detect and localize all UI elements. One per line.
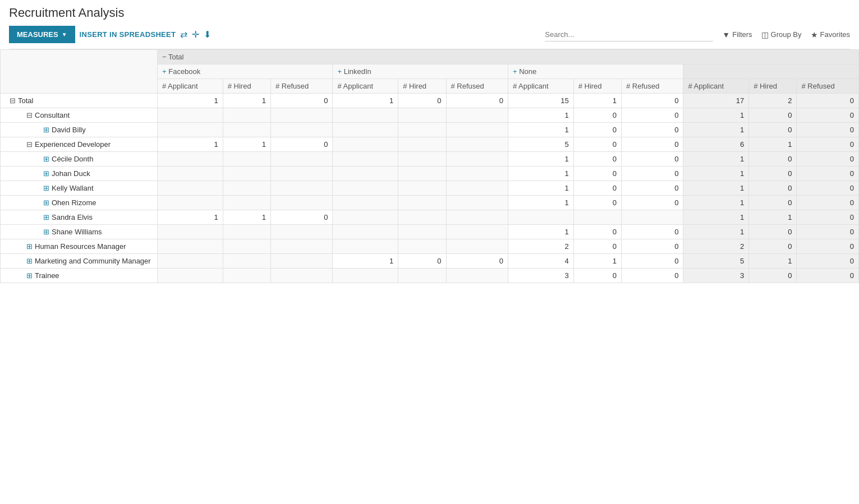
group-by-button[interactable]: ◫ Group By — [761, 30, 802, 39]
none-expand-icon[interactable]: + — [513, 67, 517, 76]
data-cell — [271, 269, 333, 283]
data-cell — [333, 225, 398, 239]
data-cell — [398, 225, 446, 239]
data-cell — [223, 225, 270, 239]
pivot-table-container: − Total + Facebook + LinkedIn + None — [0, 49, 859, 283]
insert-spreadsheet-button[interactable]: INSERT IN SPREADSHEET — [80, 30, 176, 39]
row-label-text: Kelly Wallant — [52, 184, 94, 192]
row-label-cell: ⊞Marketing and Community Manager — [1, 254, 158, 269]
data-cell — [271, 123, 333, 137]
data-cell — [271, 239, 333, 254]
data-cell — [158, 269, 223, 283]
data-cell: 0 — [271, 137, 333, 152]
data-cell: 1 — [158, 94, 223, 108]
expand-row-icon[interactable]: ⊞ — [43, 155, 49, 163]
no-applicant-header: # Applicant — [508, 79, 573, 94]
data-cell — [158, 239, 223, 254]
data-cell: 0 — [621, 196, 683, 210]
favorites-button[interactable]: ★ Favorites — [811, 30, 850, 39]
table-row: ⊞Kelly Wallant100100 — [1, 181, 859, 196]
data-cell: 0 — [797, 210, 859, 225]
data-cell: 0 — [573, 196, 621, 210]
data-cell — [223, 181, 270, 196]
data-cell — [333, 123, 398, 137]
expand-row-icon[interactable]: ⊞ — [43, 228, 49, 236]
data-cell: 0 — [749, 108, 797, 123]
data-cell — [271, 167, 333, 181]
data-cell: 0 — [398, 254, 446, 269]
table-row: ⊞Ohen Rizome100100 — [1, 196, 859, 210]
data-cell — [446, 269, 508, 283]
collapse-row-icon[interactable]: ⊟ — [26, 140, 33, 149]
data-cell: 1 — [683, 181, 749, 196]
data-cell: 0 — [797, 196, 859, 210]
data-cell: 1 — [683, 210, 749, 225]
data-cell — [398, 137, 446, 152]
data-cell — [158, 196, 223, 210]
data-cell — [333, 269, 398, 283]
swap-icon[interactable]: ⇄ — [180, 29, 187, 40]
data-cell: 0 — [271, 94, 333, 108]
data-cell: 0 — [797, 167, 859, 181]
data-cell: 0 — [797, 239, 859, 254]
data-cell: 3 — [683, 269, 749, 283]
measures-button[interactable]: MEASURES ▼ — [9, 26, 75, 43]
data-cell: 0 — [749, 239, 797, 254]
row-label-text: Cécile Donth — [52, 155, 93, 163]
filters-button[interactable]: ▼ Filters — [722, 30, 752, 39]
linkedin-group-label: LinkedIn — [344, 67, 371, 76]
data-cell: 1 — [508, 196, 573, 210]
row-label-cell: ⊞Sandra Elvis — [1, 210, 158, 225]
expand-row-icon[interactable]: ⊞ — [26, 271, 33, 280]
row-label-text: Human Resources Manager — [35, 242, 126, 251]
linkedin-expand-icon[interactable]: + — [337, 67, 342, 76]
expand-row-icon[interactable]: ⊞ — [26, 242, 33, 251]
data-cell: 5 — [508, 137, 573, 152]
tot-refused-header: # Refused — [797, 79, 859, 94]
data-cell: 1 — [223, 210, 270, 225]
data-cell: 0 — [797, 108, 859, 123]
data-cell: 0 — [797, 269, 859, 283]
expand-row-icon[interactable]: ⊞ — [43, 126, 49, 134]
data-cell: 1 — [158, 137, 223, 152]
facebook-expand-icon[interactable]: + — [162, 67, 167, 76]
data-cell — [398, 196, 446, 210]
collapse-row-icon[interactable]: ⊟ — [10, 96, 16, 105]
row-label-cell: ⊟Experienced Developer — [1, 137, 158, 152]
data-cell: 0 — [749, 196, 797, 210]
move-icon[interactable]: ✛ — [192, 29, 199, 40]
data-cell — [223, 269, 270, 283]
search-input[interactable] — [545, 28, 713, 41]
expand-row-icon[interactable]: ⊞ — [43, 184, 49, 192]
none-group-header: + None — [508, 64, 683, 79]
data-cell: 0 — [621, 137, 683, 152]
data-cell: 1 — [508, 108, 573, 123]
data-cell: 2 — [683, 239, 749, 254]
download-icon[interactable]: ⬇ — [204, 29, 211, 40]
data-cell: 1 — [573, 254, 621, 269]
expand-row-icon[interactable]: ⊞ — [43, 169, 49, 178]
collapse-row-icon[interactable]: ⊟ — [26, 111, 33, 119]
row-label-cell: ⊞Cécile Donth — [1, 152, 158, 167]
total-collapse-icon[interactable]: − — [162, 53, 167, 61]
data-cell: 0 — [573, 167, 621, 181]
table-row: ⊞Cécile Donth100100 — [1, 152, 859, 167]
data-cell: 0 — [573, 181, 621, 196]
none-group-label: None — [519, 67, 536, 76]
data-cell: 0 — [797, 123, 859, 137]
expand-row-icon[interactable]: ⊞ — [43, 213, 49, 221]
data-cell — [271, 254, 333, 269]
fb-applicant-header: # Applicant — [158, 79, 223, 94]
table-row: ⊟Consultant100100 — [1, 108, 859, 123]
layers-icon: ◫ — [761, 30, 769, 39]
star-icon: ★ — [811, 30, 818, 39]
row-label-text: Experienced Developer — [35, 140, 111, 149]
expand-row-icon[interactable]: ⊞ — [43, 198, 49, 207]
data-cell: 0 — [621, 254, 683, 269]
expand-row-icon[interactable]: ⊞ — [26, 257, 33, 265]
data-cell — [508, 210, 573, 225]
row-header-empty — [1, 50, 158, 94]
data-cell — [398, 239, 446, 254]
facebook-group-header: + Facebook — [158, 64, 333, 79]
data-cell — [271, 196, 333, 210]
